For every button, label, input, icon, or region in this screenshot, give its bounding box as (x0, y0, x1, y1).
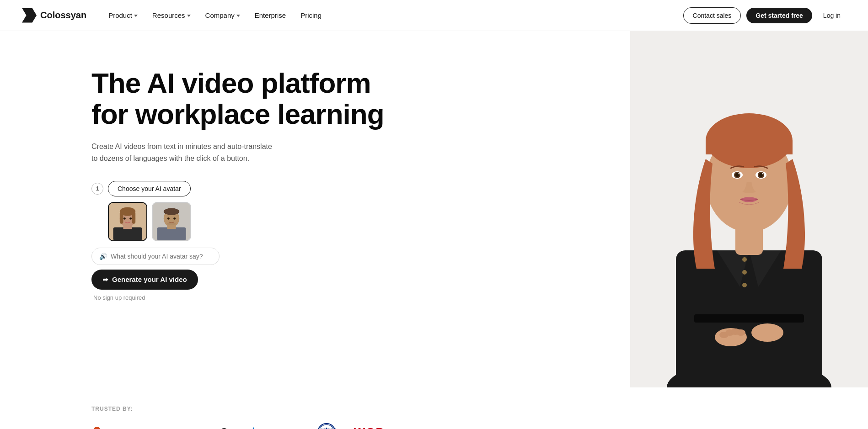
step-badge: 1 (91, 183, 103, 195)
svg-point-41 (736, 329, 745, 336)
nav-left: Colossyan Product Resources Company Ente… (22, 8, 327, 23)
svg-point-37 (751, 323, 783, 342)
avatar-female-thumb[interactable] (108, 202, 147, 241)
svg-point-31 (739, 173, 740, 175)
logo[interactable]: Colossyan (22, 8, 86, 23)
no-signup-text: No sign up required (93, 294, 384, 301)
svg-point-7 (123, 217, 126, 220)
chevron-down-icon (236, 15, 240, 17)
hero-title: The AI video platform for workplace lear… (91, 68, 384, 130)
svg-point-15 (173, 217, 176, 220)
svg-rect-1 (113, 227, 142, 240)
avatar-say-input[interactable] (111, 253, 212, 260)
hero-subtitle: Create AI videos from text in minutes an… (91, 141, 274, 164)
avatar-thumbnails (108, 202, 384, 241)
continental-logo: Continental (169, 428, 229, 429)
generate-video-button[interactable]: ➦ Generate your AI video (91, 270, 198, 290)
nav-company[interactable]: Company (200, 8, 246, 23)
trusted-logos: NOVARTIS Continental MAERSK (91, 423, 777, 429)
svg-point-22 (742, 270, 747, 275)
login-button[interactable]: Log in (818, 8, 846, 23)
svg-rect-27 (706, 141, 793, 154)
avatar-male-thumb[interactable] (152, 202, 191, 241)
hero-avatar-image (630, 31, 868, 387)
get-started-button[interactable]: Get started free (746, 8, 812, 23)
logo-icon (22, 8, 37, 23)
hero-content: The AI video platform for workplace lear… (91, 58, 384, 301)
contact-sales-button[interactable]: Contact sales (683, 7, 741, 24)
svg-rect-20 (694, 314, 804, 323)
avatar-say-input-wrap[interactable]: 🔊 (91, 248, 220, 265)
svg-point-35 (762, 173, 764, 175)
nav-product[interactable]: Product (103, 8, 143, 23)
trusted-section: TRUSTED BY: NOVARTIS Continental MAE (0, 387, 868, 429)
generate-icon: ➦ (102, 275, 108, 284)
nav-resources[interactable]: Resources (147, 8, 196, 23)
svg-rect-10 (157, 227, 186, 240)
svg-rect-16 (167, 222, 176, 224)
hero-section: The AI video platform for workplace lear… (0, 31, 868, 387)
navbar: Colossyan Product Resources Company Ente… (0, 0, 868, 31)
svg-rect-5 (120, 212, 123, 224)
nav-pricing[interactable]: Pricing (295, 8, 327, 23)
nav-links: Product Resources Company Enterprise Pri… (103, 8, 327, 23)
chevron-down-icon (187, 15, 191, 17)
svg-rect-6 (132, 212, 136, 224)
continental-text: Continental (169, 428, 216, 429)
nav-enterprise[interactable]: Enterprise (249, 8, 291, 23)
choose-avatar-button[interactable]: Choose your AI avatar (108, 181, 191, 196)
wsp-text: WSP (354, 425, 385, 429)
novartis-text: NOVARTIS (105, 428, 151, 429)
hero-widget: 1 Choose your AI avatar (91, 181, 384, 301)
chevron-down-icon (134, 15, 138, 17)
svg-point-8 (129, 217, 132, 220)
logo-text: Colossyan (40, 10, 86, 21)
svg-point-23 (742, 283, 747, 287)
svg-point-13 (164, 208, 179, 215)
step1-row: 1 Choose your AI avatar (91, 181, 384, 196)
avatar-person-bg (630, 31, 868, 387)
nav-right: Contact sales Get started free Log in (683, 7, 846, 24)
svg-point-14 (167, 217, 170, 220)
svg-point-21 (742, 257, 747, 262)
microphone-icon: 🔊 (99, 253, 107, 260)
maersk-logo: MAERSK (247, 426, 299, 429)
paramount-logo: ★★★★★★★★★★★ PARAMOUNT (317, 423, 336, 429)
wsp-logo: WSP (354, 425, 385, 429)
novartis-logo: NOVARTIS (91, 426, 151, 429)
trusted-label: TRUSTED BY: (91, 406, 777, 412)
